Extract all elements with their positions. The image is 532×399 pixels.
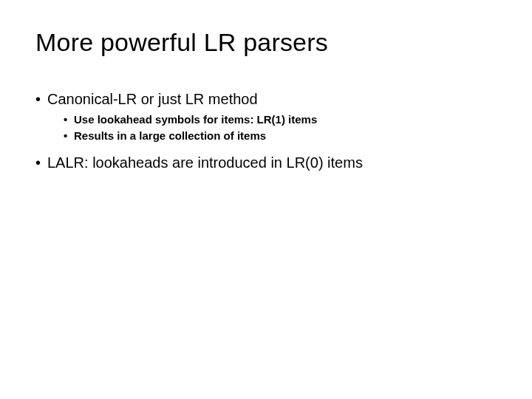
slide: More powerful LR parsers Canonical-LR or… xyxy=(0,0,532,399)
list-item: Use lookahead symbols for items: LR(1) i… xyxy=(47,112,497,127)
list-item-text: Use lookahead symbols for items: LR(1) i… xyxy=(74,113,317,126)
list-item: Canonical-LR or just LR method Use looka… xyxy=(35,89,497,144)
list-item-text: LALR: lookaheads are introduced in LR(0)… xyxy=(47,154,363,171)
slide-title: More powerful LR parsers xyxy=(35,28,497,57)
list-item-text: Results in a large collection of items xyxy=(74,129,266,142)
bullet-list-level-1: Canonical-LR or just LR method Use looka… xyxy=(35,89,497,173)
bullet-list-level-2: Use lookahead symbols for items: LR(1) i… xyxy=(47,112,497,144)
list-item-text: Canonical-LR or just LR method xyxy=(47,91,258,107)
list-item: LALR: lookaheads are introduced in LR(0)… xyxy=(35,153,497,173)
list-item: Results in a large collection of items xyxy=(47,129,497,143)
